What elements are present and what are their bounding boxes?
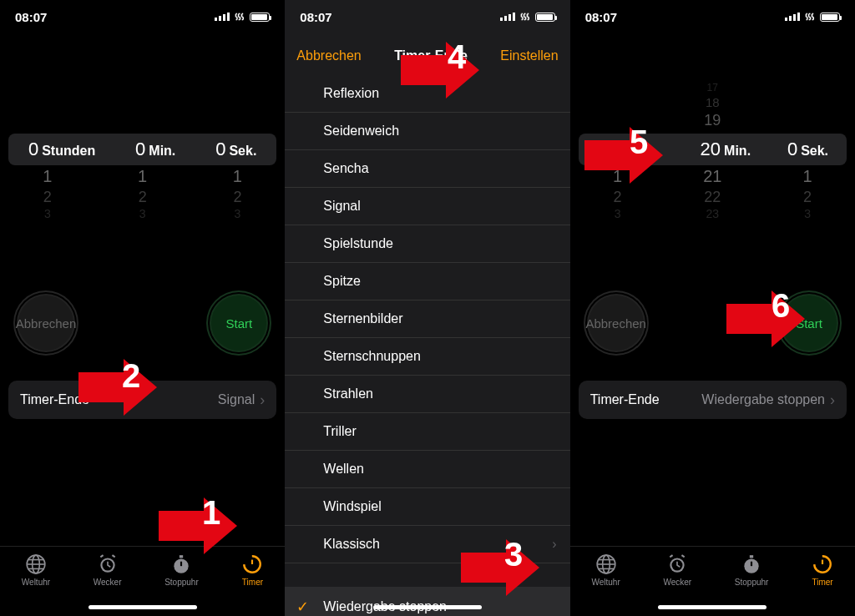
status-bar: 08:07 ᯾: [0, 0, 285, 33]
checkmark-icon: ✓: [296, 598, 309, 616]
status-time: 08:07: [585, 10, 617, 24]
status-icons: ᯾: [500, 10, 555, 23]
stop-playback-row[interactable]: ✓ Wiedergabe stoppen: [285, 587, 569, 616]
status-bar: 08:07 ᯾: [285, 0, 569, 33]
timer-end-value: Signal: [218, 392, 255, 407]
tab-wecker[interactable]: Wecker: [663, 553, 691, 587]
stopwatch-icon: [170, 553, 192, 575]
wifi-icon: ᯾: [804, 10, 816, 23]
time-picker[interactable]: 17 18 19 0Stunden 20Min. 0Sek. 1211 2222…: [570, 134, 855, 165]
battery-icon: [820, 13, 840, 22]
cellular-icon: [215, 13, 230, 21]
sound-option[interactable]: Signal: [285, 188, 569, 225]
timer-end-row[interactable]: Timer-Ende Wiedergabe stoppen›: [579, 381, 847, 419]
tab-stoppuhr[interactable]: Stoppuhr: [735, 553, 769, 587]
globe-icon: [595, 553, 617, 575]
battery-icon: [535, 13, 555, 22]
wifi-icon: ᯾: [234, 10, 245, 23]
status-bar: 08:07 ᯾: [570, 0, 855, 33]
alarm-icon: [666, 553, 688, 575]
modal-set-button[interactable]: Einstellen: [500, 48, 558, 63]
picker-selected-row: 0Stunden 0Min. 0Sek.: [8, 134, 276, 165]
status-time: 08:07: [15, 10, 47, 24]
modal-cancel-button[interactable]: Abbrechen: [296, 48, 361, 63]
timer-end-value: Wiedergabe stoppen: [701, 392, 825, 407]
sound-option[interactable]: Sternenbilder: [285, 300, 569, 338]
tab-timer[interactable]: Timer: [241, 553, 263, 587]
classic-row[interactable]: Klassisch ›: [285, 526, 569, 563]
screen-2-timer-end-modal: 08:07 ᯾ Abbrechen Timer-Ende Einstellen …: [285, 0, 569, 616]
sound-option[interactable]: Sencha: [285, 150, 569, 188]
picker-selected-row: 0Stunden 20Min. 0Sek.: [579, 134, 847, 165]
timer-end-label: Timer-Ende: [20, 392, 89, 407]
cellular-icon: [785, 13, 800, 21]
start-button[interactable]: Start: [206, 290, 271, 356]
cancel-button[interactable]: Abbrechen: [13, 290, 78, 356]
timer-icon: [241, 553, 263, 575]
sound-option[interactable]: Sternschnuppen: [285, 338, 569, 376]
home-indicator[interactable]: [658, 605, 766, 609]
sound-option[interactable]: Triller: [285, 413, 569, 451]
sound-option[interactable]: Spitze: [285, 263, 569, 300]
status-icons: ᯾: [215, 10, 270, 23]
screen-3-timer: 08:07 ᯾ 17 18 19 0Stunden 20Min. 0Sek. 1…: [570, 0, 855, 616]
home-indicator[interactable]: [373, 605, 482, 609]
globe-icon: [25, 553, 47, 575]
stopwatch-icon: [741, 553, 762, 575]
chevron-right-icon: ›: [830, 392, 835, 407]
start-button[interactable]: Start: [777, 290, 842, 356]
battery-icon: [250, 13, 270, 22]
chevron-right-icon: ›: [260, 392, 265, 407]
tab-bar: Weltuhr Wecker Stoppuhr Timer: [570, 546, 855, 616]
sound-option[interactable]: Seidenweich: [285, 113, 569, 150]
time-picker[interactable]: 0Stunden 0Min. 0Sek. 111 222 333: [0, 134, 285, 165]
modal-header: Abbrechen Timer-Ende Einstellen: [285, 33, 569, 75]
modal-title: Timer-Ende: [394, 48, 468, 63]
timer-end-row[interactable]: Timer-Ende Signal›: [8, 381, 276, 419]
alarm-icon: [97, 553, 119, 575]
status-icons: ᯾: [785, 10, 840, 23]
sound-option[interactable]: Spielstunde: [285, 225, 569, 263]
timer-end-label: Timer-Ende: [590, 392, 660, 407]
timer-icon: [812, 553, 833, 575]
tab-bar: Weltuhr Wecker Stoppuhr Timer: [0, 546, 285, 616]
sound-option[interactable]: Windspiel: [285, 488, 569, 526]
svg-rect-18: [750, 555, 753, 558]
wifi-icon: ᯾: [519, 10, 531, 23]
chevron-right-icon: ›: [552, 537, 556, 552]
tab-weltuhr[interactable]: Weltuhr: [591, 553, 620, 587]
tab-weltuhr[interactable]: Weltuhr: [22, 553, 50, 587]
cellular-icon: [500, 13, 515, 21]
sound-option[interactable]: Reflexion: [285, 75, 569, 113]
cancel-button[interactable]: Abbrechen: [584, 290, 649, 356]
tab-stoppuhr[interactable]: Stoppuhr: [164, 553, 199, 587]
tab-timer[interactable]: Timer: [812, 553, 833, 587]
sound-option[interactable]: Wellen: [285, 451, 569, 488]
screen-1-timer: 08:07 ᯾ 0Stunden 0Min. 0Sek. 111 222 333…: [0, 0, 285, 616]
sound-option[interactable]: Strahlen: [285, 376, 569, 413]
status-time: 08:07: [300, 10, 331, 24]
sound-list[interactable]: Reflexion Seidenweich Sencha Signal Spie…: [285, 75, 569, 563]
tab-wecker[interactable]: Wecker: [94, 553, 122, 587]
svg-rect-8: [180, 555, 183, 558]
home-indicator[interactable]: [89, 605, 197, 609]
